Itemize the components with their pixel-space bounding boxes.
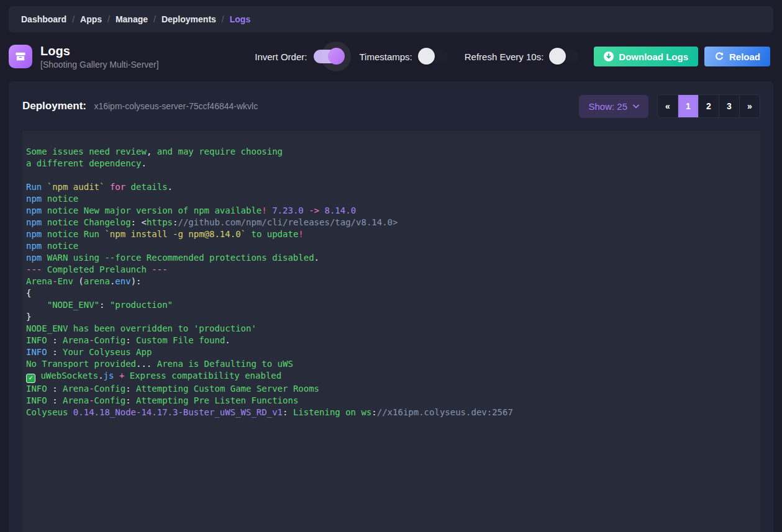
pagination: «123» xyxy=(657,94,760,118)
log-line: INFO : Arena-Config: Custom File found. xyxy=(26,335,757,346)
log-line: a different dependency. xyxy=(26,158,757,169)
log-line: ✓ uWebSockets.js + Express compatibility… xyxy=(26,370,757,383)
log-line: Some issues need review, and may require… xyxy=(26,146,757,158)
download-circle-icon xyxy=(604,52,614,61)
header-buttons: Download Logs Reload xyxy=(594,47,770,66)
log-line: INFO : Your Colyseus App xyxy=(26,346,757,358)
log-line: npm notice New major version of npm avai… xyxy=(26,205,757,217)
page-title: Logs xyxy=(40,44,159,58)
breadcrumb-item-deployments[interactable]: Deployments xyxy=(161,14,216,24)
toggle-group: Invert Order:Timestamps:Refresh Every 10… xyxy=(255,49,594,64)
logs-card: Deployment: x16ipm-colyseus-server-75ccf… xyxy=(9,81,773,532)
toggle-timestamps[interactable] xyxy=(419,49,448,64)
log-line: No Transport provided... Arena is Defaul… xyxy=(26,358,757,370)
log-line: } xyxy=(26,311,757,323)
breadcrumb-item-logs[interactable]: Logs xyxy=(230,14,250,24)
toggle-item: Timestamps: xyxy=(359,49,447,64)
toggle-item: Refresh Every 10s: xyxy=(465,49,580,64)
header-controls: Invert Order:Timestamps:Refresh Every 10… xyxy=(255,47,770,66)
breadcrumb-separator: / xyxy=(153,14,156,24)
toggle-refresh-every-10s[interactable] xyxy=(550,49,579,64)
page-button-prev[interactable]: « xyxy=(658,95,678,117)
toggle-label-timestamps: Timestamps: xyxy=(359,52,412,62)
page-header: Logs [Shooting Gallery Multi-Server] Inv… xyxy=(9,38,770,74)
breadcrumb: Dashboard/Apps/Manage/Deployments/Logs xyxy=(9,6,773,32)
toggle-knob xyxy=(418,48,435,65)
log-line: Arena-Env (arena.env): xyxy=(26,276,757,287)
reload-button[interactable]: Reload xyxy=(704,47,770,66)
deployment-label: Deployment: xyxy=(22,100,86,112)
breadcrumb-separator: / xyxy=(72,14,75,24)
card-toolbar: Deployment: x16ipm-colyseus-server-75ccf… xyxy=(9,81,773,131)
page: { "breadcrumb": { "separator": "/", "ite… xyxy=(0,0,782,532)
deployment-value: x16ipm-colyseus-server-75ccf46844-wkvlc xyxy=(94,101,258,111)
check-emoji: ✓ xyxy=(26,374,35,383)
log-content: Some issues need review, and may require… xyxy=(22,131,760,433)
toggle-label-invert-order: Invert Order: xyxy=(255,52,307,62)
title-block: Logs [Shooting Gallery Multi-Server] xyxy=(9,44,159,70)
archive-icon xyxy=(9,45,32,68)
page-button-3[interactable]: 3 xyxy=(719,95,740,117)
reload-label: Reload xyxy=(729,52,760,62)
deployment-info: Deployment: x16ipm-colyseus-server-75ccf… xyxy=(22,100,258,112)
breadcrumb-separator: / xyxy=(107,14,110,24)
log-line: NODE_ENV has been overridden to 'product… xyxy=(26,323,757,335)
log-line: --- Completed Prelaunch --- xyxy=(26,264,757,276)
log-line: npm notice Run `npm install -g npm@8.14.… xyxy=(26,228,757,240)
show-count-label: Show: 25 xyxy=(588,101,627,112)
toggle-item: Invert Order: xyxy=(255,49,342,64)
breadcrumb-item-apps[interactable]: Apps xyxy=(80,14,102,24)
page-button-1[interactable]: 1 xyxy=(678,95,699,117)
breadcrumb-separator: / xyxy=(222,14,224,24)
toolbar-right: Show: 25 «123» xyxy=(579,94,760,118)
log-line: Run `npm audit` for details. xyxy=(26,181,757,193)
refresh-icon xyxy=(714,52,724,61)
page-subtitle: [Shooting Gallery Multi-Server] xyxy=(40,60,159,70)
toggle-invert-order[interactable] xyxy=(314,49,342,64)
page-button-next[interactable]: » xyxy=(740,95,760,117)
log-line: npm notice Changelog: <https://github.co… xyxy=(26,217,757,228)
log-line: "NODE_ENV": "production" xyxy=(26,299,757,311)
show-count-dropdown[interactable]: Show: 25 xyxy=(579,95,648,118)
log-viewer[interactable]: Some issues need review, and may require… xyxy=(22,131,760,532)
log-line: npm WARN using --force Recommended prote… xyxy=(26,252,757,264)
download-logs-label: Download Logs xyxy=(619,52,688,62)
breadcrumb-item-dashboard[interactable]: Dashboard xyxy=(21,14,66,24)
log-line: { xyxy=(26,287,757,299)
log-line: npm notice xyxy=(26,240,757,252)
chevron-down-icon xyxy=(633,104,639,109)
download-logs-button[interactable]: Download Logs xyxy=(594,47,698,66)
breadcrumb-item-manage[interactable]: Manage xyxy=(116,14,148,24)
toggle-label-refresh-every-10s: Refresh Every 10s: xyxy=(465,52,544,62)
log-line: Colyseus 0.14.18_Node-14.17.3-Buster_uWS… xyxy=(26,407,757,418)
log-line xyxy=(26,169,757,181)
log-line: INFO : Arena-Config: Attempting Custom G… xyxy=(26,383,757,395)
log-line: npm notice xyxy=(26,193,757,205)
log-line: INFO : Arena-Config: Attempting Pre List… xyxy=(26,395,757,407)
page-button-2[interactable]: 2 xyxy=(699,95,719,117)
